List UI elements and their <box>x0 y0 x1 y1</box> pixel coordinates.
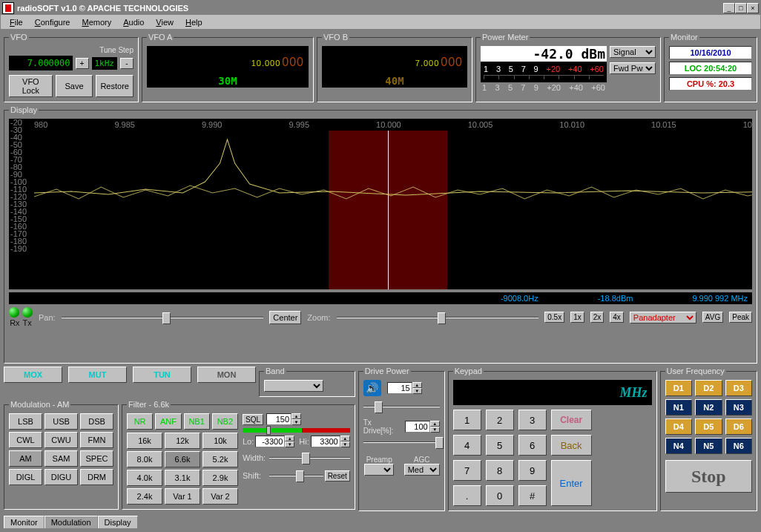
filter-nr[interactable]: NR <box>127 413 153 430</box>
preamp-select[interactable] <box>364 464 394 476</box>
ufreq-d3[interactable]: D3 <box>725 380 752 396</box>
tab-modulation[interactable]: Modulation <box>45 516 98 528</box>
fw-10k[interactable]: 10k <box>202 433 238 449</box>
center-button[interactable]: Center <box>269 311 301 324</box>
volume-slider[interactable] <box>363 399 440 414</box>
ufreq-d6[interactable]: D6 <box>725 418 752 435</box>
menu-help[interactable]: Help <box>179 16 208 28</box>
title-bar[interactable]: radioSOFT v1.0 © APACHE TECHNOLOGIES _ □… <box>1 1 760 15</box>
menu-memory[interactable]: Memory <box>76 16 117 28</box>
key-3[interactable]: 3 <box>518 410 547 430</box>
zoom-2x[interactable]: 2x <box>590 312 604 323</box>
key-back[interactable]: Back <box>551 435 592 456</box>
fw-16k[interactable]: 16k <box>127 433 162 449</box>
mod-usb[interactable]: USB <box>45 413 78 430</box>
key-6[interactable]: 6 <box>518 435 547 456</box>
key-4[interactable]: 4 <box>453 435 481 456</box>
menu-audio[interactable]: Audio <box>117 16 150 28</box>
ufreq-d4[interactable]: D4 <box>665 418 692 435</box>
ufreq-n2[interactable]: N2 <box>695 399 722 416</box>
close-button[interactable]: × <box>747 3 759 13</box>
ufreq-n5[interactable]: N5 <box>695 438 722 454</box>
filter-anf[interactable]: ANF <box>155 413 181 430</box>
key-enter[interactable]: Enter <box>551 460 592 506</box>
key-7[interactable]: 7 <box>453 460 481 481</box>
display-mode-select[interactable]: Panadapter <box>630 312 696 324</box>
mod-sam[interactable]: SAM <box>45 450 78 467</box>
mod-spec[interactable]: SPEC <box>80 450 113 467</box>
signal-select[interactable]: Signal <box>610 46 656 58</box>
ufreq-d5[interactable]: D5 <box>695 418 722 435</box>
ufreq-n3[interactable]: N3 <box>725 399 752 416</box>
zoom-05x[interactable]: 0.5x <box>544 312 564 323</box>
fw-29k[interactable]: 2.9k <box>202 470 238 486</box>
zoom-1x[interactable]: 1x <box>570 312 584 323</box>
reset-button[interactable]: Reset <box>325 470 350 482</box>
mod-drm[interactable]: DRM <box>80 469 113 485</box>
key-clear[interactable]: Clear <box>551 410 592 430</box>
agc-select[interactable]: Med <box>404 464 440 476</box>
fwdpwr-select[interactable]: Fwd Pwr <box>610 62 656 74</box>
menu-configure[interactable]: Configure <box>29 16 76 28</box>
fw-52k[interactable]: 5.2k <box>202 451 238 467</box>
vfo-step-up[interactable]: + <box>76 58 89 69</box>
fw-12k[interactable]: 12k <box>165 433 200 449</box>
menu-file[interactable]: File <box>4 16 29 28</box>
key-2[interactable]: 2 <box>486 410 514 430</box>
mod-digl[interactable]: DIGL <box>9 469 42 485</box>
shift-slider[interactable] <box>269 468 323 483</box>
filter-nb1[interactable]: NB1 <box>184 413 210 430</box>
key-1[interactable]: 1 <box>453 410 481 430</box>
peak-button[interactable]: Peak <box>729 312 752 323</box>
minimize-button[interactable]: _ <box>723 3 735 13</box>
fw-4k[interactable]: 4.0k <box>127 470 162 486</box>
mod-cwl[interactable]: CWL <box>9 432 42 448</box>
ufreq-d2[interactable]: D2 <box>695 380 722 396</box>
fw-31k[interactable]: 3.1k <box>165 470 200 486</box>
vfo-a-freq[interactable]: 10.000000 <box>147 46 309 73</box>
mod-dsb[interactable]: DSB <box>80 413 113 430</box>
tab-monitor[interactable]: Monitor <box>4 516 45 528</box>
key-8[interactable]: 8 <box>486 460 514 481</box>
ufreq-d1[interactable]: D1 <box>665 380 692 396</box>
zoom-slider[interactable] <box>337 310 539 325</box>
hi-spin[interactable]: ▲▼ <box>311 436 350 447</box>
key-9[interactable]: 9 <box>518 460 547 481</box>
width-slider[interactable] <box>269 450 350 465</box>
vfo-step-down[interactable]: - <box>120 58 134 69</box>
menu-view[interactable]: View <box>150 16 179 28</box>
fw-var2[interactable]: Var 2 <box>202 488 238 505</box>
fw-66k[interactable]: 6.6k <box>165 451 200 467</box>
sql-spin[interactable]: ▲▼ <box>266 413 301 425</box>
zoom-4x[interactable]: 4x <box>610 312 624 323</box>
ufreq-n6[interactable]: N6 <box>725 438 752 454</box>
speaker-icon[interactable]: 🔊 <box>363 380 381 396</box>
pan-slider[interactable] <box>62 310 264 325</box>
vfo-b-freq[interactable]: 7.000000 <box>322 46 467 73</box>
tun-button[interactable]: TUN <box>133 367 191 383</box>
sql-button[interactable]: SQL <box>243 414 263 425</box>
filter-nb2[interactable]: NB2 <box>212 413 238 430</box>
fw-24k[interactable]: 2.4k <box>127 488 162 505</box>
spectrum-display[interactable]: -20-30-40-50-60-70-80-90-100-110-120-130… <box>9 119 752 289</box>
txdrive-spin[interactable]: ▲▼ <box>405 421 440 433</box>
vfo-lock-button[interactable]: VFO Lock <box>9 75 53 97</box>
mod-am[interactable]: AM <box>9 450 42 467</box>
ufreq-n4[interactable]: N4 <box>665 438 692 454</box>
mod-lsb[interactable]: LSB <box>9 413 42 430</box>
vfo-restore-button[interactable]: Restore <box>96 75 134 97</box>
band-select[interactable] <box>264 380 323 392</box>
maximize-button[interactable]: □ <box>735 3 747 13</box>
ufreq-n1[interactable]: N1 <box>665 399 692 416</box>
mut-button[interactable]: MUT <box>68 367 127 383</box>
mod-fmn[interactable]: FMN <box>80 432 113 448</box>
mod-digu[interactable]: DIGU <box>45 469 78 485</box>
stop-button[interactable]: Stop <box>665 460 752 493</box>
lo-spin[interactable]: ▲▼ <box>255 436 294 447</box>
mox-button[interactable]: MOX <box>4 367 62 383</box>
fw-8k[interactable]: 8.0k <box>127 451 162 467</box>
key-5[interactable]: 5 <box>486 435 514 456</box>
key-0[interactable]: 0 <box>486 485 514 506</box>
mod-cwu[interactable]: CWU <box>45 432 78 448</box>
fw-var1[interactable]: Var 1 <box>165 488 200 505</box>
